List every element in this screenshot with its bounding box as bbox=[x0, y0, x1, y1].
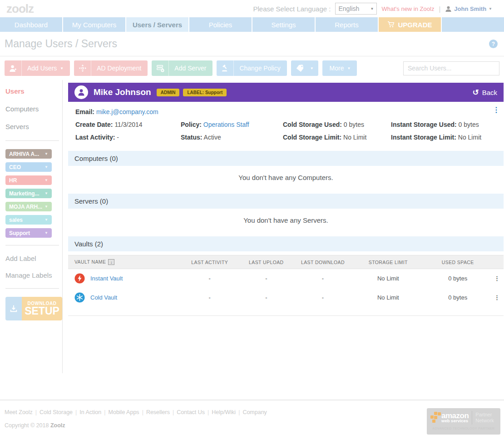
last-activity-label: Last Activity: bbox=[75, 134, 115, 141]
label-pill-ceo[interactable]: CEO▼ bbox=[5, 162, 52, 172]
divider: | bbox=[439, 5, 440, 13]
main-row: Users Computers Servers ARHIVA A...▼ CEO… bbox=[0, 80, 504, 373]
cold-limit-label: Cold Storage Limit: bbox=[283, 134, 341, 141]
footer-link-mobile-apps[interactable]: Mobile Apps bbox=[109, 409, 139, 415]
label-pill-sales[interactable]: sales▼ bbox=[5, 215, 52, 225]
more-label: More bbox=[330, 65, 344, 72]
last-activity-value: - bbox=[117, 134, 119, 141]
chevron-down-icon: ▼ bbox=[44, 231, 48, 235]
setup-word: SETUP bbox=[25, 306, 59, 316]
labels-dropdown-button[interactable]: ▼ bbox=[291, 60, 318, 76]
user-details: ⋮ Email: mike.j@company.com Create Date:… bbox=[68, 102, 504, 150]
aws-partner-badge: amazon web services Partner Network ADVA… bbox=[427, 408, 500, 435]
download-icon bbox=[5, 297, 22, 320]
cold-used-value: 0 bytes bbox=[344, 121, 364, 128]
tab-dashboard[interactable]: Dashboard bbox=[0, 17, 62, 32]
add-server-button[interactable]: Add Server bbox=[152, 60, 212, 76]
sidebar: Users Computers Servers ARHIVA A...▼ CEO… bbox=[0, 80, 63, 373]
gavel-icon bbox=[217, 60, 234, 76]
more-button[interactable]: More▼ bbox=[322, 60, 357, 76]
nav-filler bbox=[442, 17, 504, 32]
chevron-down-icon: ▼ bbox=[44, 205, 48, 209]
zoolz-logo: zoolz bbox=[6, 2, 34, 16]
tab-settings[interactable]: Settings bbox=[252, 17, 315, 32]
footer-link-cold-storage[interactable]: Cold Storage bbox=[40, 409, 73, 415]
help-icon[interactable]: ? bbox=[489, 40, 498, 48]
servers-section-header: Servers (0) bbox=[68, 194, 504, 209]
chevron-down-icon: ▼ bbox=[60, 66, 64, 70]
label-pill-marketing[interactable]: Marketing...▼ bbox=[5, 189, 52, 198]
admin-badge: ADMIN bbox=[157, 89, 180, 96]
table-row-cold-vault: Cold Vault - - - No Limit 0 bytes ⋮ bbox=[68, 288, 504, 307]
search-input[interactable] bbox=[403, 61, 499, 75]
policy-link[interactable]: Operations Staff bbox=[203, 121, 249, 128]
status-label: Status: bbox=[181, 134, 202, 141]
kebab-menu-icon[interactable]: ⋮ bbox=[493, 106, 500, 114]
label-text: Support bbox=[9, 230, 30, 236]
tab-users-servers[interactable]: Users / Servers bbox=[126, 17, 188, 32]
chevron-down-icon: ▼ bbox=[44, 178, 48, 182]
divider bbox=[5, 288, 59, 289]
add-label-link[interactable]: Add Label bbox=[5, 255, 62, 262]
kebab-menu-icon[interactable]: ⋮ bbox=[490, 288, 504, 307]
footer-link-resellers[interactable]: Resellers bbox=[146, 409, 170, 415]
user-name-heading: Mike Johnson bbox=[94, 87, 151, 97]
back-icon: ↺ bbox=[472, 88, 479, 97]
download-setup-button[interactable]: DOWNLOAD SETUP bbox=[5, 297, 62, 320]
change-policy-label: Change Policy bbox=[239, 65, 280, 72]
manage-labels-link[interactable]: Manage Labels bbox=[5, 271, 62, 279]
ad-deployment-button[interactable]: AD Deployment bbox=[74, 60, 148, 76]
tab-upgrade[interactable]: UPGRADE bbox=[379, 17, 441, 32]
footer-link-help-wiki[interactable]: Help/Wiki bbox=[212, 409, 236, 415]
aws-partner-network: Partner Network bbox=[475, 412, 494, 423]
label-text: HR bbox=[9, 177, 17, 184]
column-actions bbox=[490, 255, 504, 269]
back-button[interactable]: ↺ Back bbox=[472, 88, 497, 97]
whats-new-link[interactable]: What's new in Zoolz bbox=[381, 5, 434, 12]
policy-label: Policy: bbox=[181, 121, 202, 128]
sort-icon[interactable]: ↓ bbox=[108, 259, 114, 265]
tab-reports[interactable]: Reports bbox=[316, 17, 378, 32]
change-policy-button[interactable]: Change Policy bbox=[217, 60, 287, 76]
label-text: CEO bbox=[9, 164, 21, 170]
table-row-instant-vault: Instant Vault - - - No Limit 0 bytes ⋮ bbox=[68, 269, 504, 288]
cell-last-download: - bbox=[295, 288, 351, 307]
account-menu[interactable]: John Smith ▼ bbox=[445, 5, 492, 12]
footer-link-in-action[interactable]: In Action bbox=[79, 409, 101, 415]
tab-policies[interactable]: Policies bbox=[189, 17, 252, 32]
copyright: Copyright © 2018 Zoolz bbox=[5, 422, 499, 429]
vault-name-link[interactable]: Cold Vault bbox=[90, 294, 117, 301]
tab-my-computers[interactable]: My Computers bbox=[63, 17, 125, 32]
aws-logo-icon bbox=[430, 412, 441, 424]
label-text: Marketing... bbox=[9, 190, 40, 197]
footer-link-company[interactable]: Company bbox=[242, 409, 267, 415]
cell-last-download: - bbox=[295, 269, 351, 288]
servers-empty-message: You don't have any Servers. bbox=[68, 209, 504, 230]
add-users-button[interactable]: Add Users▼ bbox=[5, 60, 70, 76]
label-text: sales bbox=[9, 217, 23, 223]
label-badge: LABEL: Support bbox=[183, 89, 227, 96]
footer-link-contact-us[interactable]: Contact Us bbox=[177, 409, 205, 415]
vaults-table: VAULT NAME↓ LAST ACTIVITY LAST UPLOAD LA… bbox=[68, 255, 504, 307]
cell-last-activity: - bbox=[181, 269, 238, 288]
aws-tagline: ADVANCED TECHNOLOGY PARTNER bbox=[430, 427, 497, 430]
computers-empty-message: You don't have any Computers. bbox=[68, 166, 504, 187]
label-pill-arhiva[interactable]: ARHIVA A...▼ bbox=[5, 149, 52, 159]
chevron-down-icon: ▼ bbox=[347, 66, 351, 70]
email-link[interactable]: mike.j@company.com bbox=[96, 108, 158, 115]
kebab-menu-icon[interactable]: ⋮ bbox=[490, 269, 504, 288]
vault-name-link[interactable]: Instant Vault bbox=[90, 275, 123, 282]
chevron-down-icon: ▼ bbox=[371, 7, 374, 11]
cold-used-label: Cold Storage Used: bbox=[283, 121, 342, 128]
footer-link-meet-zoolz[interactable]: Meet Zoolz bbox=[5, 409, 33, 415]
label-pill-moja-arh[interactable]: MOJA ARH...▼ bbox=[5, 202, 52, 211]
label-pill-support[interactable]: Support▼ bbox=[5, 228, 52, 238]
sidebar-item-servers[interactable]: Servers bbox=[5, 123, 62, 130]
sidebar-item-users[interactable]: Users bbox=[5, 87, 62, 95]
label-text: ARHIVA A... bbox=[9, 151, 39, 157]
language-select[interactable]: English ▼ bbox=[335, 3, 377, 15]
vaults-section-header: Vaults (2) bbox=[68, 236, 504, 251]
cell-storage-limit: No Limit bbox=[351, 269, 425, 288]
label-pill-hr[interactable]: HR▼ bbox=[5, 175, 52, 185]
sidebar-item-computers[interactable]: Computers bbox=[5, 105, 62, 113]
